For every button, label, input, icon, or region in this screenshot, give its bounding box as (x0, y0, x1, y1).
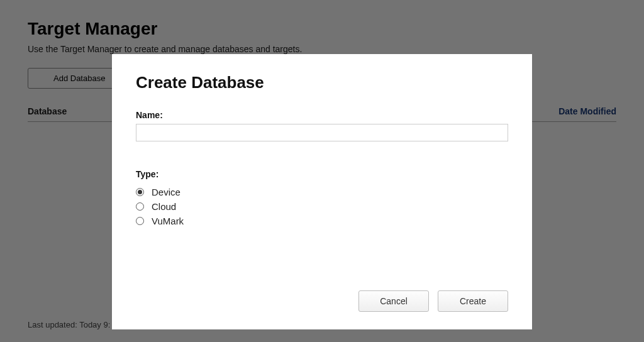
type-option-label: VuMark (152, 216, 184, 226)
type-option-label: Cloud (152, 201, 176, 212)
cancel-button[interactable]: Cancel (358, 290, 429, 312)
radio-icon (136, 202, 144, 211)
type-label: Type: (136, 169, 508, 179)
create-database-modal: Create Database Name: Type: Device Cloud… (112, 54, 532, 329)
modal-overlay: Create Database Name: Type: Device Cloud… (0, 0, 644, 342)
create-button[interactable]: Create (438, 290, 508, 312)
type-option-label: Device (152, 187, 180, 197)
radio-icon (136, 217, 144, 225)
name-label: Name: (136, 110, 508, 120)
name-input[interactable] (136, 124, 508, 141)
type-option-device[interactable]: Device (136, 187, 508, 197)
type-option-cloud[interactable]: Cloud (136, 201, 508, 212)
radio-icon (136, 188, 144, 196)
type-option-vumark[interactable]: VuMark (136, 216, 508, 226)
type-radio-group: Device Cloud VuMark (136, 187, 508, 226)
modal-title: Create Database (136, 73, 508, 92)
